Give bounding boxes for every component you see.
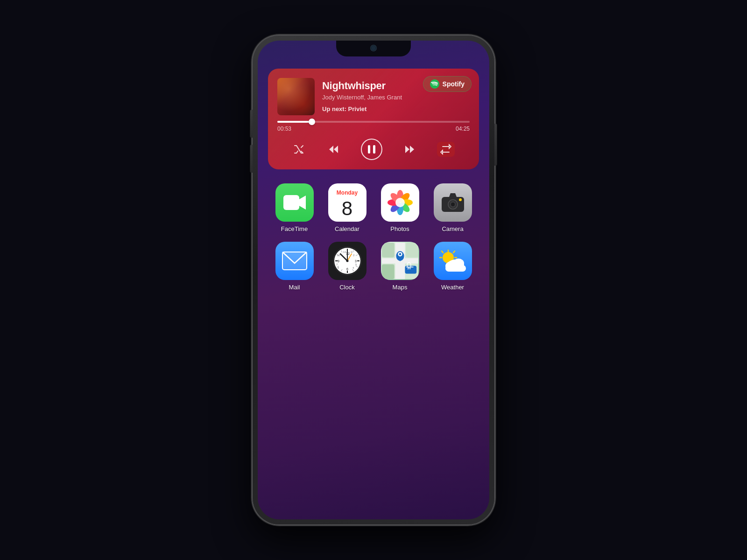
front-camera: [371, 45, 376, 51]
svg-rect-3: [368, 145, 370, 154]
shuffle-icon: [294, 145, 304, 154]
photos-label: Photos: [390, 225, 409, 232]
pause-button[interactable]: [361, 139, 382, 160]
svg-text:9: 9: [338, 259, 339, 263]
app-photos[interactable]: Photos: [376, 183, 424, 232]
svg-marker-1: [329, 146, 333, 153]
svg-marker-5: [405, 146, 409, 153]
screen-content: Spotify Nightwhisper Jody Wisternoff, Ja…: [258, 41, 489, 519]
track-artist: Jody Wisternoff, James Grant: [322, 94, 470, 101]
mail-logo: [282, 251, 308, 271]
svg-marker-8: [299, 196, 306, 210]
calendar-day: Monday: [328, 187, 366, 198]
notch: [336, 41, 411, 56]
spotify-icon: [430, 79, 439, 89]
svg-rect-58: [382, 243, 395, 257]
facetime-logo: [282, 193, 307, 212]
app-mail[interactable]: Mail: [270, 242, 318, 291]
calendar-date: 8: [342, 199, 352, 218]
mail-label: Mail: [289, 284, 300, 291]
progress-bar-fill: [277, 121, 312, 123]
progress-thumb[interactable]: [309, 119, 315, 125]
svg-rect-7: [283, 195, 299, 210]
rewind-icon: [328, 145, 338, 154]
forward-icon: [405, 145, 415, 154]
weather-icon: [434, 242, 472, 280]
volume-down-button[interactable]: [250, 145, 253, 173]
clock-logo: 12 3 6 9 10 2 4 8 11 1 5: [332, 245, 363, 276]
svg-point-22: [459, 198, 462, 201]
svg-text:6: 6: [346, 267, 348, 271]
app-camera[interactable]: Camera: [429, 183, 477, 232]
camera-icon: [434, 183, 472, 222]
facetime-icon: [275, 183, 314, 222]
svg-marker-6: [410, 146, 414, 153]
svg-text:280: 280: [407, 267, 411, 270]
spotify-label: Spotify: [443, 80, 465, 88]
svg-rect-59: [406, 243, 418, 257]
app-facetime[interactable]: FaceTime: [270, 183, 318, 232]
album-art: [277, 78, 315, 115]
maps-label: Maps: [393, 284, 408, 291]
time-current: 00:53: [277, 126, 291, 132]
music-player-card: Spotify Nightwhisper Jody Wisternoff, Ja…: [268, 69, 479, 169]
svg-rect-4: [373, 145, 375, 154]
progress-section[interactable]: 00:53 04:25: [277, 121, 470, 132]
up-next-label: Up next: Priviet: [322, 105, 470, 112]
app-weather[interactable]: Weather: [429, 242, 477, 291]
maps-logo: 280: [382, 243, 418, 279]
camera-label: Camera: [442, 225, 463, 232]
clock-icon: 12 3 6 9 10 2 4 8 11 1 5: [328, 242, 366, 280]
svg-text:3: 3: [355, 259, 357, 263]
repeat-button[interactable]: [437, 142, 455, 157]
svg-point-17: [395, 198, 405, 207]
facetime-label: FaceTime: [281, 225, 308, 232]
calendar-label: Calendar: [335, 225, 359, 232]
power-button[interactable]: [494, 124, 497, 166]
controls-row: [277, 139, 470, 160]
spotify-badge[interactable]: Spotify: [423, 76, 472, 92]
photos-icon: [381, 183, 419, 222]
calendar-icon: Monday 8: [328, 183, 366, 222]
weather-label: Weather: [441, 284, 464, 291]
forward-button[interactable]: [403, 143, 417, 156]
svg-line-68: [453, 251, 455, 253]
time-row: 00:53 04:25: [277, 126, 470, 132]
volume-up-button[interactable]: [250, 110, 253, 138]
app-grid: FaceTime Monday 8 Calendar: [268, 183, 479, 291]
app-maps[interactable]: 280 Maps: [376, 242, 424, 291]
svg-line-71: [442, 251, 443, 253]
svg-marker-2: [334, 146, 338, 153]
weather-logo: [439, 249, 467, 273]
svg-rect-60: [382, 265, 395, 279]
svg-text:11: 11: [343, 251, 346, 253]
phone-device: Spotify Nightwhisper Jody Wisternoff, Ja…: [252, 35, 495, 525]
repeat-icon: [441, 145, 451, 154]
mail-icon: [275, 242, 314, 280]
album-art-texture: [277, 78, 315, 115]
photos-logo: [386, 189, 414, 217]
camera-logo: [441, 192, 465, 213]
app-clock[interactable]: 12 3 6 9 10 2 4 8 11 1 5: [323, 242, 371, 291]
clock-label: Clock: [339, 284, 355, 291]
phone-screen: Spotify Nightwhisper Jody Wisternoff, Ja…: [258, 41, 489, 519]
svg-rect-75: [445, 265, 466, 272]
shuffle-button[interactable]: [292, 143, 306, 155]
app-calendar[interactable]: Monday 8 Calendar: [323, 183, 371, 232]
maps-icon-container: 280: [381, 242, 419, 280]
svg-point-54: [346, 260, 348, 262]
svg-point-65: [399, 253, 401, 255]
svg-point-21: [451, 203, 455, 206]
svg-point-0: [430, 79, 439, 89]
pause-icon: [367, 145, 376, 154]
time-total: 04:25: [456, 126, 470, 132]
rewind-button[interactable]: [326, 143, 340, 156]
progress-bar-track[interactable]: [277, 121, 470, 123]
phone-frame: Spotify Nightwhisper Jody Wisternoff, Ja…: [252, 35, 495, 525]
